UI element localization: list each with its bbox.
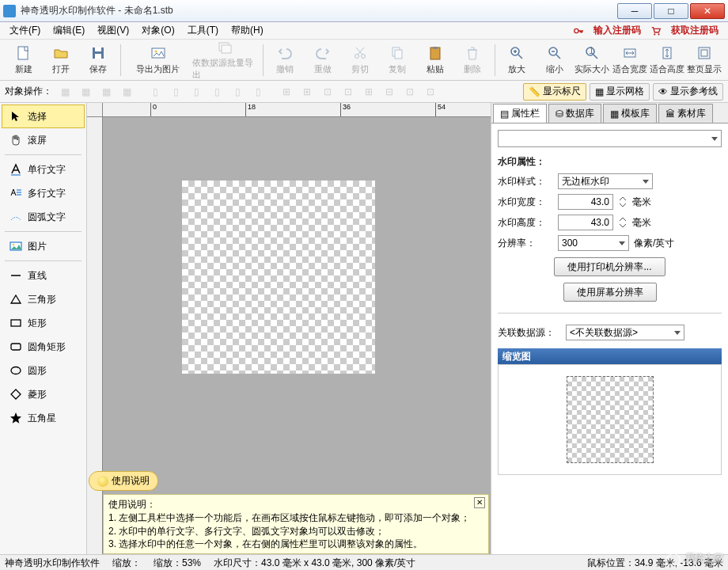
spin-icon[interactable] — [618, 215, 628, 230]
svg-point-34 — [11, 367, 21, 374]
svg-rect-10 — [222, 45, 231, 53]
ruler-tick: 0 — [150, 103, 157, 116]
export-icon — [150, 44, 167, 62]
svg-rect-6 — [95, 54, 101, 59]
spin-icon[interactable] — [618, 195, 628, 209]
use-screen-dpi-button[interactable]: 使用屏幕分辨率 — [563, 283, 657, 302]
tool-triangle[interactable]: 三角形 — [2, 287, 85, 311]
use-printer-dpi-button[interactable]: 使用打印机分辨率... — [554, 257, 665, 276]
dpi-select[interactable]: 300 — [558, 235, 629, 251]
paste-button[interactable]: 粘贴 — [416, 41, 453, 79]
export-button[interactable]: 导出为图片 — [124, 41, 191, 79]
window-title: 神奇透明水印制作软件 - 未命名1.stb — [21, 4, 616, 17]
fit-w-icon — [621, 44, 639, 62]
align-left-icon: ▯ — [146, 83, 165, 101]
thumbnail-area — [498, 364, 722, 475]
align-center-icon: ▯ — [166, 83, 185, 101]
fit-h-button[interactable]: 适合高度 — [648, 41, 685, 79]
tab-templates[interactable]: ▦模板库 — [603, 104, 657, 123]
menu-tools[interactable]: 工具(T) — [181, 22, 225, 39]
tool-cursor[interactable]: 选择 — [2, 104, 85, 128]
save-button[interactable]: 保存 — [80, 41, 117, 79]
svg-point-8 — [154, 51, 157, 53]
fit-all-button[interactable]: 整页显示 — [686, 41, 723, 79]
status-zoom: 缩放：53% — [154, 557, 201, 570]
batch-icon — [217, 40, 234, 55]
tool-circle[interactable]: 圆形 — [2, 359, 85, 382]
tab-assets[interactable]: 🏛素材库 — [658, 104, 713, 123]
width-input[interactable]: 43.0 — [558, 194, 613, 210]
tool-image[interactable]: 图片 — [2, 234, 85, 258]
canvas-area[interactable]: 0183654 使用说明 ✕ 使用说明： 1. 左侧工具栏中选择一个功能后，在画… — [87, 103, 491, 554]
help-tab[interactable]: 使用说明 — [89, 471, 158, 491]
zoom-in-button[interactable]: 放大 — [499, 41, 536, 79]
tool-diamond[interactable]: 菱形 — [2, 382, 85, 406]
toggle-guide[interactable]: 👁显示参考线 — [653, 83, 723, 101]
menu-view[interactable]: 视图(V) — [91, 22, 135, 39]
tool-text-a[interactable]: 单行文字 — [2, 158, 85, 181]
tool-text-arc[interactable]: 圆弧文字 — [2, 205, 85, 229]
dist-h-icon: ⊞ — [277, 83, 296, 101]
menu-file[interactable]: 文件(F) — [3, 22, 47, 39]
undo-button: 撤销 — [266, 41, 303, 79]
svg-point-2 — [658, 33, 659, 35]
toggle-ruler[interactable]: 📏显示标尺 — [523, 83, 586, 101]
statusbar: 神奇透明水印制作软件 缩放： 缩放：53% 水印尺寸：43.0 毫米 x 43.… — [0, 554, 728, 570]
dpi-unit: 像素/英寸 — [634, 237, 674, 250]
close-button[interactable]: ✕ — [690, 3, 725, 19]
menu-help[interactable]: 帮助(H) — [225, 22, 270, 39]
height-input[interactable]: 43.0 — [558, 215, 613, 230]
menubar: 文件(F) 编辑(E) 视图(V) 对象(O) 工具(T) 帮助(H) 输入注册… — [0, 22, 728, 40]
enter-reg-code[interactable]: 输入注册码 — [587, 22, 647, 39]
delete-icon — [464, 44, 481, 62]
ruler-icon: 📏 — [529, 86, 540, 97]
help-close-button[interactable]: ✕ — [474, 497, 485, 508]
menu-edit[interactable]: 编辑(E) — [47, 22, 91, 39]
width-unit: 毫米 — [632, 196, 680, 209]
batch-button: 依数据源批量导出 — [191, 41, 259, 79]
datasource-label: 关联数据源： — [498, 326, 561, 340]
status-zoom-out: 缩放： — [112, 557, 141, 570]
unlock-icon: ⊡ — [421, 83, 440, 101]
new-button[interactable]: 新建 — [5, 41, 42, 79]
tab-database[interactable]: ⛁数据库 — [548, 104, 601, 123]
tool-rect[interactable]: 矩形 — [2, 311, 85, 335]
triangle-icon — [9, 292, 23, 306]
menu-object[interactable]: 对象(O) — [135, 22, 180, 39]
minimize-button[interactable]: ─ — [617, 3, 652, 19]
tool-hand[interactable]: 滚屏 — [2, 128, 85, 152]
height-label: 水印高度： — [498, 216, 553, 230]
tool-star[interactable]: 五角星 — [2, 406, 85, 430]
tab-properties[interactable]: ▤属性栏 — [493, 104, 547, 123]
cart-icon — [650, 25, 662, 36]
layer-back-icon: ▦ — [76, 83, 95, 101]
properties-panel: 水印属性： 水印样式： 无边框水印 水印宽度： 43.0 毫米 水印高度： 43… — [491, 124, 728, 554]
dpi-label: 分辨率： — [498, 237, 553, 250]
zoom-out-button[interactable]: 缩小 — [536, 41, 573, 79]
zoom-1-button[interactable]: 1实际大小 — [574, 41, 611, 79]
toggle-grid[interactable]: ▦显示网格 — [590, 83, 650, 101]
group-icon: ⊞ — [359, 83, 378, 101]
open-button[interactable]: 打开 — [42, 41, 79, 79]
watermark-canvas[interactable] — [182, 180, 375, 374]
tool-rrect[interactable]: 圆角矩形 — [2, 335, 85, 359]
same-w-icon: ⊡ — [318, 83, 337, 101]
object-selector-combo[interactable] — [498, 130, 722, 147]
align-right-icon: ▯ — [187, 83, 206, 101]
right-tabs: ▤属性栏 ⛁数据库 ▦模板库 🏛素材库 — [491, 103, 728, 124]
main-area: 选择滚屏单行文字多行文字圆弧文字图片直线三角形矩形圆角矩形圆形菱形五角星 018… — [0, 103, 728, 554]
style-select[interactable]: 无边框水印 — [558, 173, 653, 189]
datasource-select[interactable]: <不关联数据源> — [566, 325, 684, 340]
get-reg-code[interactable]: 获取注册码 — [665, 22, 725, 39]
help-tab-label: 使用说明 — [112, 474, 150, 488]
help-line-2: 2. 水印中的单行文字、多行文字、圆弧文字对象均可以双击修改； — [108, 525, 483, 538]
svg-point-30 — [13, 244, 14, 245]
text-lines-icon — [9, 186, 23, 200]
align-bottom-icon: ▯ — [248, 83, 267, 101]
tool-line[interactable]: 直线 — [2, 264, 85, 287]
fit-w-button[interactable]: 适合宽度 — [611, 41, 648, 79]
tool-text-lines[interactable]: 多行文字 — [2, 181, 85, 205]
zoom-in-icon — [508, 44, 525, 62]
copy-button: 复制 — [379, 41, 416, 79]
maximize-button[interactable]: □ — [654, 3, 688, 19]
